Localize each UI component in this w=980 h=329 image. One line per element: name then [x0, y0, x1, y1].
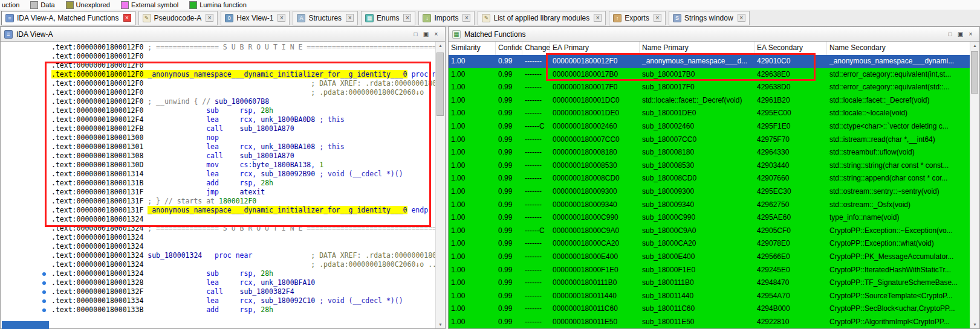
tab-strings-window[interactable]: SStrings window×: [669, 11, 750, 25]
column-header-name-secondary[interactable]: Name Secondary: [827, 42, 970, 55]
column-header-name-primary[interactable]: Name Primary: [640, 42, 754, 55]
tab-ida-view-a-matched-functions[interactable]: ≡IDA View-A, Matched Functions×: [1, 11, 135, 25]
tab-enums[interactable]: ▦Enums×: [361, 11, 415, 25]
tab-close-icon[interactable]: ×: [462, 14, 470, 22]
table-cell: 0.99: [496, 55, 522, 68]
table-row[interactable]: 1.000.99-------000000018000CA20sub_18000…: [449, 237, 970, 251]
table-row[interactable]: 1.000.99-------0000000180001DE0sub_18000…: [449, 107, 970, 120]
tab-close-icon[interactable]: ×: [123, 14, 131, 22]
table-row[interactable]: 1.000.99-------0000000180011C60sub_18001…: [449, 302, 970, 316]
asm-line[interactable]: .text:00000001800012F0 _anonymous_namesp…: [1, 70, 436, 79]
scrollbar-thumb[interactable]: [436, 53, 444, 116]
asm-line[interactable]: .text:000000018000133B add rsp, 28h: [1, 305, 436, 315]
table-cell: 1.00: [449, 159, 496, 173]
asm-line[interactable]: .text:00000001800012F0 ; .pdata:00000001…: [1, 88, 436, 97]
asm-line[interactable]: .text:0000000180001324 sub rsp, 28h: [1, 269, 436, 278]
restore-button[interactable]: □: [410, 30, 421, 39]
table-row[interactable]: 1.000.99-------000000018000C990sub_18000…: [449, 211, 970, 225]
table-row[interactable]: 1.000.99-------0000000180011440sub_18001…: [449, 290, 970, 303]
tab-close-icon[interactable]: ×: [206, 14, 213, 22]
table-row[interactable]: 1.000.99-------000000018000F1E0sub_18000…: [449, 264, 970, 277]
column-header-ea-secondary[interactable]: EA Secondary: [754, 42, 827, 55]
float-button[interactable]: ▣: [421, 30, 431, 39]
asm-line[interactable]: .text:00000001800012F0 ; DATA XREF: .rda…: [1, 79, 436, 88]
asm-line[interactable]: .text:0000000180001324: [1, 215, 436, 224]
table-row[interactable]: 1.000.99-------00000001800111B0sub_18001…: [449, 276, 970, 290]
asm-line[interactable]: .text:00000001800012F0 ; __unwind { // s…: [1, 97, 436, 106]
table-row[interactable]: 1.000.99-------0000000180009300sub_18000…: [449, 185, 970, 199]
table-row[interactable]: 1.000.99------C000000018000C9A0sub_18000…: [449, 225, 970, 238]
asm-line[interactable]: .text:000000018000131B add rsp, 28h: [1, 179, 436, 188]
table-row[interactable]: 1.000.99-------0000000180011E50sub_18001…: [449, 316, 970, 328]
tab-close-icon[interactable]: ×: [738, 14, 745, 22]
tab-pseudocode-a[interactable]: ✎Pseudocode-A×: [138, 11, 218, 25]
tab-imports[interactable]: ↓Imports×: [418, 11, 475, 25]
table-cell: -------: [522, 316, 550, 328]
asm-line[interactable]: .text:0000000180001314 lea rcx, sub_1800…: [1, 170, 436, 179]
tab-structures[interactable]: AStructures×: [293, 11, 358, 25]
tab-close-icon[interactable]: ×: [277, 14, 285, 22]
legend-swatch: [30, 1, 38, 9]
close-button[interactable]: ×: [431, 30, 441, 39]
asm-line[interactable]: .text:0000000180001324: [1, 242, 436, 251]
asm-line[interactable]: .text:0000000180001328 lea rcx, unk_1800…: [1, 278, 436, 287]
table-row[interactable]: 1.000.99-------00000001800017F0sub_18000…: [449, 81, 970, 94]
asm-line[interactable]: .text:00000001800012F0 sub rsp, 28h: [1, 106, 436, 115]
disassembly-view[interactable]: .text:00000001800012F0 ; ===============…: [1, 42, 436, 328]
asm-line[interactable]: .text:0000000180001324: [1, 233, 436, 242]
scroll-up-icon[interactable]: ▲: [436, 42, 445, 50]
table-row[interactable]: 1.000.99-------00000001800017B0sub_18000…: [449, 68, 970, 81]
asm-line[interactable]: .text:000000018000131F jmp atexit: [1, 188, 436, 197]
asm-line[interactable]: .text:00000001800012F0: [1, 52, 436, 61]
table-row[interactable]: 1.000.99-------0000000180009340sub_18000…: [449, 199, 970, 212]
table-row[interactable]: 1.000.99-------00000001800012F0_anonymou…: [449, 55, 970, 68]
table-row[interactable]: 1.000.99-------0000000180001DC0std::loca…: [449, 94, 970, 107]
asm-line[interactable]: .text:000000018000131F ; } // starts at …: [1, 197, 436, 206]
asm-line[interactable]: .text:000000018000131F _anonymous_namesp…: [1, 206, 436, 215]
asm-line[interactable]: .text:0000000180001324 ; ===============…: [1, 224, 436, 233]
asm-line[interactable]: .text:0000000180001301 lea rcx, unk_1800…: [1, 142, 436, 152]
asm-line[interactable]: .text:0000000180001334 lea rcx, sub_1800…: [1, 296, 436, 305]
asm-line[interactable]: .text:0000000180001308 call sub_18001A87…: [1, 152, 436, 161]
tab-hex-view-1[interactable]: 0Hex View-1×: [221, 11, 290, 25]
column-header-change[interactable]: Change: [522, 42, 550, 55]
asm-line[interactable]: .text:00000001800012F0 ; ===============…: [1, 43, 436, 52]
table-row[interactable]: 1.000.99-------0000000180007CC0sub_18000…: [449, 133, 970, 147]
scrollbar-thumb[interactable]: [971, 51, 978, 94]
tab-close-icon[interactable]: ×: [654, 14, 661, 22]
table-row[interactable]: 1.000.99-------0000000180008180sub_18000…: [449, 146, 970, 159]
table-row[interactable]: 1.000.99-------000000018000E400sub_18000…: [449, 251, 970, 264]
table-cell: 0000000180008530: [550, 159, 640, 173]
table-row[interactable]: 1.000.99------C0000000180002460sub_18000…: [449, 120, 970, 133]
asm-line[interactable]: .text:00000001800012F4 lea rcx, unk_1800…: [1, 115, 436, 124]
asm-line[interactable]: .text:000000018000132F call sub_1800382F…: [1, 287, 436, 296]
column-header-similarity[interactable]: Similarity: [449, 42, 496, 55]
asm-line[interactable]: .text:0000000180001324 sub_180001324 pro…: [1, 251, 436, 260]
table-row[interactable]: 1.000.99-------0000000180008CD0sub_18000…: [449, 172, 970, 185]
tab-close-icon[interactable]: ×: [346, 14, 354, 22]
column-header-confidence[interactable]: Confidence: [496, 42, 522, 55]
disassembly-scrollbar[interactable]: ▲ ▼: [435, 42, 445, 328]
tab-close-icon[interactable]: ×: [403, 14, 411, 22]
tab-list-of-applied-library-modules[interactable]: ✎List of applied library modules×: [478, 11, 606, 25]
table-cell: 42962750: [754, 199, 827, 212]
asm-line[interactable]: .text:00000001800012FB call sub_18001A87…: [1, 124, 436, 133]
partial-selected-line[interactable]: [2, 321, 49, 329]
asm-line[interactable]: .text:0000000180001300 nop: [1, 133, 436, 142]
asm-line[interactable]: .text:00000001800012F0: [1, 61, 436, 70]
column-header-ea-primary[interactable]: EA Primary: [550, 42, 640, 55]
scroll-up-icon[interactable]: ▲: [970, 42, 979, 50]
asm-line[interactable]: .text:0000000180001324 ; .pdata:00000001…: [1, 260, 436, 269]
scroll-down-icon[interactable]: ▼: [436, 321, 445, 328]
exports-icon: ↑: [613, 14, 621, 22]
table-scrollbar[interactable]: ▲ ▼: [970, 42, 979, 328]
restore-button[interactable]: □: [945, 30, 955, 39]
scroll-down-icon[interactable]: ▼: [970, 321, 979, 328]
table-cell: 1.00: [449, 146, 496, 159]
asm-line[interactable]: .text:000000018000130D mov cs:byte_1800B…: [1, 161, 436, 170]
tab-close-icon[interactable]: ×: [594, 14, 602, 22]
close-button[interactable]: ×: [965, 30, 976, 39]
table-row[interactable]: 1.000.99-------0000000180008530sub_18000…: [449, 159, 970, 173]
float-button[interactable]: ▣: [955, 30, 965, 39]
tab-exports[interactable]: ↑Exports×: [609, 11, 666, 25]
